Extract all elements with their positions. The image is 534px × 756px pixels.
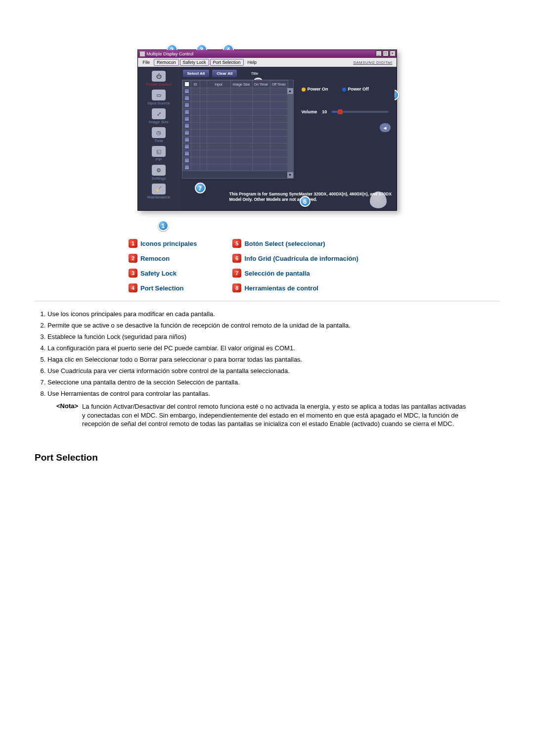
col-off-timer: Off Timer	[270, 81, 288, 88]
row-checkbox[interactable]	[184, 102, 189, 107]
grid-table: ✓ ID Input Image Size On Timer Off Timer	[182, 80, 288, 171]
legend-num-1: 1	[129, 239, 137, 248]
gear-icon: ⚙	[152, 165, 166, 176]
header-checkbox[interactable]: ✓	[184, 82, 189, 87]
note-8: Use Herramientas de control para control…	[47, 390, 499, 397]
row-checkbox[interactable]	[184, 165, 189, 170]
row-checkbox[interactable]	[184, 151, 189, 156]
speaker-button[interactable]: ◄	[380, 123, 391, 132]
sidebar-item-label: Input Source	[139, 101, 178, 105]
vertical-scrollbar[interactable]: ▲ ▼	[287, 88, 293, 178]
menu-file[interactable]: File	[140, 59, 153, 66]
clear-all-button[interactable]: Clear All	[212, 70, 237, 77]
table-row[interactable]	[182, 116, 288, 123]
row-checkbox[interactable]	[184, 95, 189, 100]
legend-num-6: 6	[232, 254, 241, 263]
nota-label: <Nota>	[56, 402, 78, 428]
table-row[interactable]	[182, 130, 288, 137]
scroll-thumb[interactable]	[287, 94, 293, 172]
close-button[interactable]: ×	[390, 50, 396, 56]
volume-slider[interactable]	[332, 111, 388, 113]
table-row[interactable]	[182, 95, 288, 102]
clock-icon: ◷	[152, 127, 166, 138]
control-panel: Power On Power Off Volume 10	[296, 80, 395, 188]
toolbar: Select All Clear All Title	[180, 67, 397, 80]
minimize-button[interactable]: _	[376, 50, 382, 56]
maximize-button[interactable]: □	[383, 50, 389, 56]
hand-cursor-icon	[370, 191, 387, 208]
numbered-notes: Use los iconos principales para modifica…	[41, 310, 499, 397]
select-all-button[interactable]: Select All	[183, 70, 210, 77]
row-checkbox[interactable]	[184, 116, 189, 121]
note-6: Use Cuadrícula para ver cierta informaci…	[47, 367, 499, 375]
col-status	[200, 81, 207, 88]
row-checkbox[interactable]	[184, 158, 189, 163]
row-checkbox[interactable]	[184, 137, 189, 142]
table-row[interactable]	[182, 102, 288, 109]
info-grid[interactable]: ✓ ID Input Image Size On Timer Off Timer	[182, 80, 294, 179]
menu-port-selection[interactable]: Port Selection	[210, 59, 244, 66]
legend-num-8: 8	[232, 284, 241, 292]
legend-text-4: Port Selection	[140, 284, 183, 292]
table-row[interactable]	[182, 164, 288, 171]
table-row[interactable]	[182, 109, 288, 116]
table-row[interactable]	[182, 123, 288, 130]
note-1: Use los iconos principales para modifica…	[47, 310, 499, 318]
legend: 1Iconos principales 5Botón Select (selec…	[35, 236, 499, 301]
sidebar-item-pip[interactable]: ◱PIP	[139, 145, 178, 163]
col-image-size: Image Size	[230, 81, 252, 88]
power-on-radio[interactable]: Power On	[302, 87, 328, 92]
speaker-icon: ◄	[383, 125, 388, 131]
slider-fill	[332, 111, 337, 113]
scroll-up-icon[interactable]: ▲	[287, 88, 293, 94]
note-3: Establece la función Lock (seguridad par…	[47, 333, 499, 340]
section-title-port-selection: Port Selection	[35, 452, 499, 463]
row-checkbox[interactable]	[184, 89, 189, 94]
sidebar: ⏻Power Control ▭Input Source ⤢Image Size…	[138, 67, 180, 210]
title-suffix: Title	[251, 71, 258, 76]
menu-remocon[interactable]: Remocon	[154, 59, 179, 66]
menu-help[interactable]: Help	[245, 59, 260, 66]
legend-text-5: Botón Select (seleccionar)	[244, 240, 325, 247]
image-size-icon: ⤢	[152, 108, 166, 119]
table-row[interactable]	[182, 88, 288, 95]
sidebar-item-label: PIP	[139, 157, 178, 162]
legend-num-7: 7	[232, 269, 241, 278]
app-screenshot: 2 3 4 5 8 7 6 1 Multiple Display Control…	[137, 49, 397, 211]
sidebar-item-label: Image Size	[139, 120, 178, 124]
table-row[interactable]	[182, 150, 288, 157]
legend-text-2: Remocon	[140, 255, 170, 262]
menu-safety-lock[interactable]: Safety Lock	[180, 59, 209, 66]
table-row[interactable]	[182, 137, 288, 143]
row-checkbox[interactable]	[184, 144, 189, 149]
slider-thumb[interactable]	[338, 109, 343, 114]
power-icon: ⏻	[152, 71, 166, 82]
legend-text-3: Safety Lock	[140, 270, 177, 277]
menu-bar: File Remocon Safety Lock Port Selection …	[138, 58, 397, 67]
legend-num-4: 4	[129, 284, 137, 292]
pip-icon: ◱	[152, 146, 166, 157]
row-checkbox[interactable]	[184, 123, 189, 128]
footer-disclaimer: This Program is for Samsung SyncMaster 3…	[180, 188, 397, 210]
sidebar-item-time[interactable]: ◷Time	[139, 126, 178, 144]
note-7: Seleccione una pantalla dentro de la sec…	[47, 378, 499, 386]
row-checkbox[interactable]	[184, 109, 189, 114]
legend-text-1: Iconos principales	[140, 240, 197, 247]
table-row[interactable]	[182, 157, 288, 164]
maintenance-icon: 🧹	[152, 184, 166, 194]
power-off-label: Power Off	[348, 87, 369, 92]
note-5: Haga clic en Seleccionar todo o Borrar p…	[47, 356, 499, 363]
table-row[interactable]	[182, 143, 288, 150]
sidebar-item-image-size[interactable]: ⤢Image Size	[139, 107, 178, 125]
sidebar-item-input-source[interactable]: ▭Input Source	[139, 89, 178, 106]
scroll-down-icon[interactable]: ▼	[287, 172, 293, 178]
col-on-timer: On Timer	[252, 81, 270, 88]
sidebar-item-power-control[interactable]: ⏻Power Control	[139, 70, 178, 88]
sidebar-item-settings[interactable]: ⚙Settings	[139, 164, 178, 182]
power-off-radio[interactable]: Power Off	[342, 87, 369, 92]
power-on-label: Power On	[308, 87, 328, 92]
row-checkbox[interactable]	[184, 130, 189, 135]
sidebar-item-maintenance[interactable]: 🧹Maintenance	[139, 183, 178, 200]
sidebar-item-label: Time	[139, 139, 178, 143]
sidebar-item-label: Settings	[139, 176, 178, 181]
